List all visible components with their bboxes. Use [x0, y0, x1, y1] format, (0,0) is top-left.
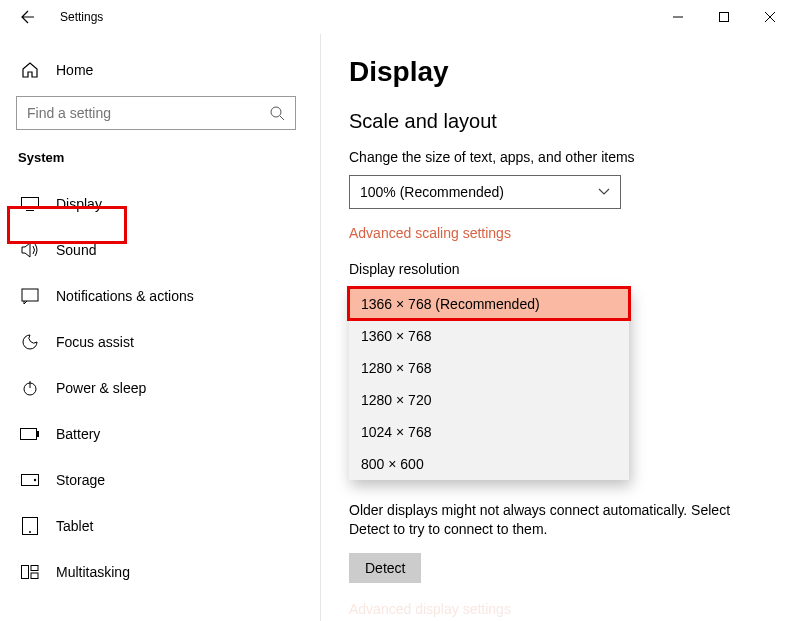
older-displays-text: Older displays might not always connect …	[349, 501, 765, 539]
svg-rect-11	[22, 566, 29, 579]
battery-icon	[18, 428, 42, 440]
svg-rect-13	[31, 573, 38, 579]
svg-rect-12	[31, 566, 38, 571]
svg-rect-2	[22, 198, 39, 209]
advanced-scaling-link[interactable]: Advanced scaling settings	[349, 225, 765, 241]
sidebar-item-sound[interactable]: Sound	[0, 227, 320, 273]
sidebar-item-label: Notifications & actions	[56, 288, 194, 304]
resolution-option[interactable]: 1280 × 768	[349, 352, 629, 384]
sidebar-item-power-sleep[interactable]: Power & sleep	[0, 365, 320, 411]
display-icon	[18, 197, 42, 211]
sidebar-item-notifications[interactable]: Notifications & actions	[0, 273, 320, 319]
maximize-icon	[719, 12, 729, 22]
content-pane: Display Scale and layout Change the size…	[321, 34, 793, 621]
svg-point-8	[34, 479, 36, 481]
home-icon	[18, 61, 42, 79]
window-title: Settings	[60, 10, 103, 24]
page-title: Display	[349, 56, 765, 88]
svg-rect-3	[22, 289, 38, 301]
scale-label: Change the size of text, apps, and other…	[349, 149, 765, 165]
search-icon	[269, 105, 285, 121]
resolution-dropdown[interactable]: 1366 × 768 (Recommended) 1360 × 768 1280…	[349, 288, 629, 480]
sidebar-item-battery[interactable]: Battery	[0, 411, 320, 457]
sidebar-item-display[interactable]: Display	[0, 181, 320, 227]
sound-icon	[18, 242, 42, 258]
sidebar-item-label: Power & sleep	[56, 380, 146, 396]
sidebar-item-storage[interactable]: Storage	[0, 457, 320, 503]
multitasking-icon	[18, 565, 42, 579]
sidebar-item-label: Display	[56, 196, 102, 212]
svg-rect-6	[37, 431, 39, 437]
close-icon	[765, 12, 775, 22]
svg-rect-0	[720, 13, 729, 22]
sidebar-item-label: Tablet	[56, 518, 93, 534]
power-icon	[18, 379, 42, 397]
resolution-option[interactable]: 1024 × 768	[349, 416, 629, 448]
sidebar-item-label: Multitasking	[56, 564, 130, 580]
search-input[interactable]	[16, 96, 296, 130]
window-controls	[655, 2, 793, 32]
notifications-icon	[18, 288, 42, 304]
arrow-left-icon	[20, 9, 36, 25]
resolution-option[interactable]: 800 × 600	[349, 448, 629, 480]
section-title: Scale and layout	[349, 110, 765, 133]
storage-icon	[18, 474, 42, 486]
svg-rect-5	[21, 429, 37, 440]
sidebar-section-header: System	[0, 144, 320, 181]
sidebar-item-multitasking[interactable]: Multitasking	[0, 549, 320, 595]
search-field[interactable]	[27, 105, 247, 121]
svg-point-1	[271, 107, 281, 117]
resolution-label: Display resolution	[349, 261, 765, 277]
close-button[interactable]	[747, 2, 793, 32]
detect-button[interactable]: Detect	[349, 553, 421, 583]
maximize-button[interactable]	[701, 2, 747, 32]
scale-combo[interactable]: 100% (Recommended)	[349, 175, 621, 209]
advanced-display-link[interactable]: Advanced display settings	[349, 601, 765, 617]
svg-point-10	[29, 531, 31, 533]
sidebar-item-tablet[interactable]: Tablet	[0, 503, 320, 549]
sidebar-item-focus-assist[interactable]: Focus assist	[0, 319, 320, 365]
sidebar-item-label: Sound	[56, 242, 96, 258]
minimize-button[interactable]	[655, 2, 701, 32]
scale-combo-value: 100% (Recommended)	[360, 184, 504, 200]
back-button[interactable]	[18, 9, 38, 25]
nav-home-label: Home	[56, 62, 93, 78]
minimize-icon	[673, 12, 683, 22]
chevron-down-icon	[598, 188, 610, 196]
sidebar-item-label: Battery	[56, 426, 100, 442]
resolution-option[interactable]: 1366 × 768 (Recommended)	[349, 288, 629, 320]
resolution-option[interactable]: 1280 × 720	[349, 384, 629, 416]
focus-assist-icon	[18, 333, 42, 351]
sidebar-item-label: Storage	[56, 472, 105, 488]
resolution-option[interactable]: 1360 × 768	[349, 320, 629, 352]
nav-home[interactable]: Home	[0, 50, 320, 90]
titlebar: Settings	[0, 0, 793, 34]
sidebar-item-label: Focus assist	[56, 334, 134, 350]
sidebar: Home System Display Sound Notifications …	[0, 34, 321, 621]
sidebar-nav-list: Display Sound Notifications & actions Fo…	[0, 181, 320, 595]
tablet-icon	[18, 517, 42, 535]
